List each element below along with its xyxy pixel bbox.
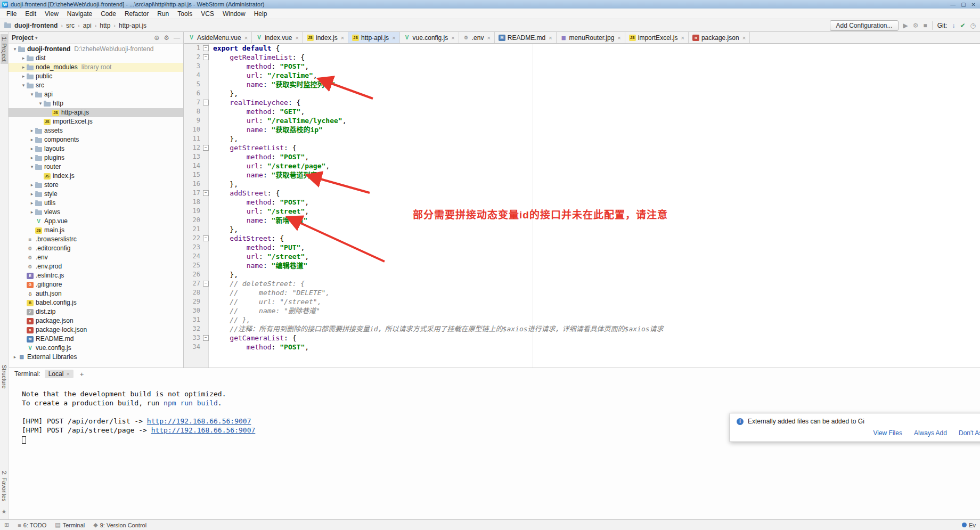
- breadcrumb-item[interactable]: api: [81, 21, 93, 30]
- tree-item-package.json[interactable]: npackage.json: [9, 316, 183, 325]
- tree-item-importExcel.js[interactable]: JSimportExcel.js: [9, 117, 183, 126]
- tree-item-assets[interactable]: ▸assets: [9, 126, 183, 135]
- tree-item-App.vue[interactable]: VApp.vue: [9, 217, 183, 226]
- terminal-tab-local[interactable]: Local ×: [45, 370, 74, 378]
- code-line[interactable]: 24 url: "/street",: [184, 252, 980, 261]
- menu-run[interactable]: Run: [153, 9, 173, 19]
- tab-close-icon[interactable]: ×: [392, 35, 395, 41]
- statusbar-item-terminal[interactable]: ▤Terminal: [55, 521, 85, 528]
- tab-close-icon[interactable]: ×: [742, 35, 746, 41]
- menu-refactor[interactable]: Refactor: [120, 9, 153, 19]
- tree-item-router[interactable]: ▾router: [9, 162, 183, 172]
- tool-window-toggle-icon[interactable]: ⊞: [4, 521, 9, 528]
- editor-tab-README.md[interactable]: MREADME.md×: [495, 32, 557, 43]
- fold-marker-icon[interactable]: [202, 53, 209, 62]
- code-line[interactable]: 34 method: "POST",: [184, 343, 980, 352]
- tree-collapsed-icon[interactable]: ▸: [29, 208, 35, 217]
- tree-item-src[interactable]: ▾src: [9, 81, 183, 90]
- tree-item-dist.zip[interactable]: Zdist.zip: [9, 307, 183, 316]
- tree-item-.eslintrc.js[interactable]: E.eslintrc.js: [9, 271, 183, 280]
- editor-tab-AsideMenu.vue[interactable]: VAsideMenu.vue×: [184, 32, 252, 43]
- terminal-link[interactable]: http://192.168.66.56:9007: [151, 426, 256, 434]
- menu-edit[interactable]: Edit: [21, 9, 40, 19]
- tree-item-vue.config.js[interactable]: Vvue.config.js: [9, 344, 183, 353]
- close-icon[interactable]: ✕: [971, 2, 976, 7]
- tree-item-http-api.js[interactable]: JShttp-api.js: [9, 108, 183, 117]
- code-line[interactable]: 8 method: "GET",: [184, 107, 980, 116]
- tree-item-main.js[interactable]: JSmain.js: [9, 226, 183, 235]
- editor-tab-package.json[interactable]: npackage.json×: [689, 32, 750, 43]
- code-line[interactable]: 31 // },: [184, 315, 980, 324]
- tree-collapsed-icon[interactable]: ▸: [29, 144, 35, 153]
- code-line[interactable]: 25 name: "编辑巷道": [184, 261, 980, 270]
- editor-tab-http-api.js[interactable]: JShttp-api.js×: [348, 32, 399, 43]
- editor-tab-vue.config.js[interactable]: Vvue.config.js×: [400, 32, 459, 43]
- code-line[interactable]: 18 method: "POST",: [184, 198, 980, 207]
- breadcrumb-item[interactable]: duoji-frontend: [13, 21, 59, 30]
- menu-tools[interactable]: Tools: [173, 9, 197, 19]
- hide-panel-icon[interactable]: —: [174, 34, 180, 42]
- tree-item-.env.prod[interactable]: ⚙.env.prod: [9, 262, 183, 271]
- tab-close-icon[interactable]: ×: [617, 35, 620, 41]
- code-line[interactable]: 30 // name: "删除巷道": [184, 306, 980, 315]
- gear-icon[interactable]: ⚙: [164, 34, 169, 42]
- chevron-down-icon[interactable]: ▾: [35, 35, 38, 40]
- tree-item-api[interactable]: ▾api: [9, 90, 183, 99]
- code-line[interactable]: 6 },: [184, 89, 980, 98]
- statusbar-item-6-todo[interactable]: ≡6: TODO: [18, 521, 46, 528]
- tree-expanded-icon[interactable]: ▾: [12, 45, 18, 54]
- tree-collapsed-icon[interactable]: ▸: [29, 153, 35, 162]
- code-line[interactable]: 7 realTimeLychee: {: [184, 98, 980, 107]
- code-line[interactable]: 15 name: "获取巷道列表": [184, 170, 980, 180]
- fold-marker-icon[interactable]: [202, 189, 209, 198]
- tree-expanded-icon[interactable]: ▾: [29, 162, 35, 172]
- fold-marker-icon[interactable]: [202, 234, 209, 243]
- tab-close-icon[interactable]: ×: [451, 35, 454, 41]
- menu-window[interactable]: Window: [218, 9, 250, 19]
- tree-item-package-lock.json[interactable]: npackage-lock.json: [9, 325, 183, 335]
- new-terminal-session-icon[interactable]: +: [78, 370, 86, 378]
- tree-collapsed-icon[interactable]: ▸: [20, 54, 27, 63]
- tree-item-store[interactable]: ▸store: [9, 181, 183, 190]
- git-commit-icon[interactable]: ✔: [960, 22, 965, 29]
- tree-item-plugins[interactable]: ▸plugins: [9, 153, 183, 162]
- code-line[interactable]: 32 //注释：所有用到删除的接口都需要拼接变量id，所以请求方式采用了挂载在原…: [184, 324, 980, 333]
- menu-code[interactable]: Code: [96, 9, 120, 19]
- editor-tab-importExcel.js[interactable]: JSimportExcel.js×: [625, 32, 689, 43]
- tab-close-icon[interactable]: ×: [296, 35, 299, 41]
- run-icon[interactable]: ▶: [903, 22, 908, 29]
- tree-item-public[interactable]: ▸public: [9, 72, 183, 81]
- tree-item-index.js[interactable]: JSindex.js: [9, 172, 183, 181]
- tool-window-structure[interactable]: Structure: [1, 362, 8, 392]
- fold-marker-icon[interactable]: [202, 98, 209, 107]
- tree-collapsed-icon[interactable]: ▸: [29, 199, 35, 208]
- tree-item-style[interactable]: ▸style: [9, 190, 183, 199]
- code-editor[interactable]: 1export default {2 getRealTimeList: {3 m…: [184, 44, 980, 368]
- tree-collapsed-icon[interactable]: ▸: [12, 353, 18, 362]
- editor-tab-menuRouter.jpg[interactable]: ▦menuRouter.jpg×: [557, 32, 625, 43]
- editor-tab-index.vue[interactable]: Vindex.vue×: [252, 32, 303, 43]
- code-line[interactable]: 4 url: "/realTime",: [184, 71, 980, 80]
- code-line[interactable]: 1export default {: [184, 44, 980, 53]
- breadcrumb-item[interactable]: src: [64, 21, 76, 30]
- tree-collapsed-icon[interactable]: ▸: [29, 181, 35, 190]
- code-line[interactable]: 26 },: [184, 270, 980, 279]
- code-line[interactable]: 10 name: "获取荔枝的ip": [184, 125, 980, 134]
- breadcrumb-item[interactable]: http-api.js: [117, 21, 148, 30]
- tab-close-icon[interactable]: ×: [244, 35, 248, 41]
- tree-item-.gitignore[interactable]: G.gitignore: [9, 280, 183, 289]
- tree-expanded-icon[interactable]: ▾: [29, 90, 35, 99]
- code-line[interactable]: 14 url: "/street/page",: [184, 161, 980, 170]
- tree-item-components[interactable]: ▸components: [9, 135, 183, 144]
- editor-tab-.env[interactable]: ⚙.env×: [459, 32, 495, 43]
- tree-collapsed-icon[interactable]: ▸: [20, 72, 27, 81]
- maximize-icon[interactable]: ▢: [961, 2, 966, 7]
- tree-item-auth.json[interactable]: {}auth.json: [9, 289, 183, 298]
- code-line[interactable]: 27 // deleteStreet: {: [184, 279, 980, 288]
- code-line[interactable]: 29 // url: "/street",: [184, 297, 980, 306]
- tab-close-icon[interactable]: ×: [341, 35, 344, 41]
- menu-help[interactable]: Help: [250, 9, 272, 19]
- fold-marker-icon[interactable]: [202, 44, 209, 53]
- tree-item-node_modules[interactable]: ▸node_moduleslibrary root: [9, 63, 183, 72]
- tree-item-dist[interactable]: ▸dist: [9, 54, 183, 63]
